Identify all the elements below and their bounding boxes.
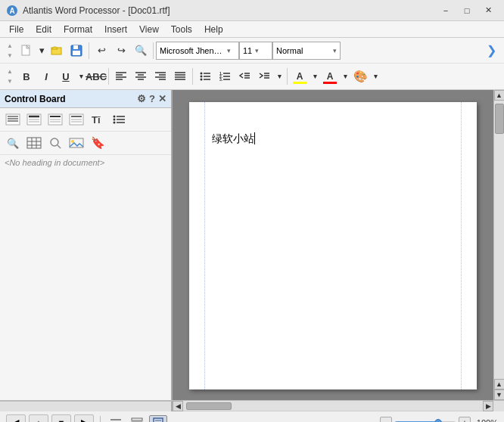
- strikethrough-button[interactable]: ABC: [86, 67, 106, 86]
- view-mode-1[interactable]: [107, 415, 125, 423]
- menu-edit[interactable]: Edit: [30, 21, 58, 37]
- svg-rect-7: [73, 51, 80, 55]
- style-dropdown[interactable]: Normal ▾: [272, 42, 341, 60]
- hscroll-left-arrow[interactable]: ◀: [173, 401, 183, 411]
- zoom-minus-button[interactable]: −: [380, 417, 392, 423]
- cb-search-button[interactable]: [45, 134, 65, 152]
- view-mode-3[interactable]: [149, 415, 167, 423]
- new-button[interactable]: [17, 41, 36, 61]
- scroll-track[interactable]: [494, 101, 504, 379]
- menu-file[interactable]: File: [3, 21, 30, 37]
- zoom-knob[interactable]: [434, 419, 442, 423]
- toolbar-nav-down-2[interactable]: ▼: [5, 77, 15, 85]
- new-dropdown-button[interactable]: ▾: [36, 41, 47, 61]
- font-size-dropdown[interactable]: 11 ▾: [239, 42, 272, 60]
- menu-help[interactable]: Help: [198, 21, 229, 37]
- cb-image-button[interactable]: [67, 134, 86, 152]
- document-area: 绿软小站 ▲ ▲ ▼: [173, 90, 504, 400]
- toolbar-nav-up-2[interactable]: ▲: [5, 67, 15, 76]
- italic-button[interactable]: I: [36, 67, 56, 86]
- undo-button[interactable]: ↩: [92, 41, 111, 61]
- zoom-plus-button[interactable]: +: [459, 417, 471, 423]
- save-button[interactable]: [67, 41, 86, 61]
- cb-tools-row-2: 🔍 🔖: [0, 132, 171, 155]
- open-button[interactable]: [47, 41, 67, 61]
- cb-style-special[interactable]: Tĭ: [88, 110, 107, 129]
- svg-rect-6: [73, 45, 78, 49]
- paint-format-dropdown[interactable]: ▾: [370, 67, 381, 86]
- highlight-color-dropdown[interactable]: ▾: [310, 67, 320, 86]
- scroll-down-arrow-2[interactable]: ▼: [494, 389, 505, 400]
- toolbar-nav-up[interactable]: ▲: [5, 42, 15, 50]
- numbered-list-button[interactable]: 1.2.3.: [215, 67, 235, 86]
- cb-style-heading2[interactable]: [45, 110, 65, 129]
- hscroll-track[interactable]: [183, 402, 483, 411]
- next-nav-button[interactable]: ▶: [74, 414, 94, 423]
- view-mode-2[interactable]: [128, 415, 146, 423]
- prev-item-button[interactable]: ▲: [29, 414, 48, 423]
- scroll-up-arrow[interactable]: ▲: [494, 90, 505, 101]
- cb-style-normal[interactable]: [3, 110, 23, 129]
- highlight-color-button[interactable]: A: [290, 67, 310, 86]
- align-justify-button[interactable]: [170, 67, 190, 86]
- indent-decrease-button[interactable]: [235, 67, 254, 86]
- hscroll-thumb[interactable]: [186, 402, 232, 410]
- svg-point-26: [201, 76, 203, 78]
- cb-style-heading1[interactable]: [24, 110, 44, 129]
- menu-tools[interactable]: Tools: [165, 21, 198, 37]
- scroll-thumb[interactable]: [495, 104, 504, 134]
- align-center-button[interactable]: [131, 67, 151, 86]
- document-page[interactable]: 绿软小站: [189, 102, 477, 389]
- underline-dropdown[interactable]: ▾: [76, 67, 86, 86]
- paint-format-button[interactable]: 🎨: [350, 67, 370, 86]
- next-item-button[interactable]: ▼: [51, 414, 71, 423]
- maximize-button[interactable]: □: [457, 3, 477, 18]
- zoom-percentage: 100%: [477, 418, 498, 423]
- cb-style-list[interactable]: [109, 110, 129, 129]
- underline-button[interactable]: U: [56, 67, 76, 86]
- scroll-down-arrow-1[interactable]: ▲: [494, 379, 505, 389]
- cb-close-icon[interactable]: ✕: [158, 93, 166, 104]
- toolbar-nav-left-2: ▲ ▼: [5, 67, 15, 85]
- cb-bookmark-button[interactable]: 🔖: [88, 134, 107, 152]
- control-board-content: <No heading in document>: [0, 155, 171, 400]
- font-name-dropdown[interactable]: Microsoft JhengHei ▾: [156, 42, 239, 60]
- svg-line-71: [58, 145, 61, 148]
- toolbar-expand-right[interactable]: ❯: [481, 41, 501, 61]
- redo-button[interactable]: ↪: [111, 41, 131, 61]
- align-left-button[interactable]: [111, 67, 131, 86]
- svg-rect-42: [6, 114, 20, 125]
- close-button[interactable]: ✕: [478, 3, 498, 18]
- menu-view[interactable]: View: [133, 21, 165, 37]
- doc-text-content: 绿软小站: [212, 132, 454, 146]
- cb-help-icon[interactable]: ?: [149, 93, 155, 104]
- cb-table-button[interactable]: [24, 134, 44, 152]
- bold-button[interactable]: B: [17, 67, 36, 86]
- toolbar-nav-down[interactable]: ▼: [5, 51, 15, 60]
- svg-point-63: [114, 122, 116, 124]
- indent-increase-button[interactable]: [254, 67, 274, 86]
- menu-format[interactable]: Format: [58, 21, 98, 37]
- minimize-button[interactable]: −: [436, 3, 456, 18]
- svg-text:3.: 3.: [219, 77, 223, 82]
- control-board-title: Control Board: [5, 94, 137, 104]
- doc-text-area[interactable]: 绿软小站: [212, 132, 454, 147]
- hscroll-right-arrow[interactable]: ▶: [483, 401, 493, 411]
- hscroll-corner: [493, 401, 504, 411]
- cb-find-button[interactable]: 🔍: [3, 134, 23, 152]
- toolbar-row-1: ▲ ▼ ▾ ↩ ↪ 🔍 Microsoft JhengHei ▾ 11 ▾: [0, 38, 504, 64]
- status-sep-1: [100, 416, 101, 423]
- align-right-button[interactable]: [151, 67, 170, 86]
- control-board: Control Board ⚙ ? ✕ Tĭ: [0, 90, 173, 400]
- svg-point-59: [114, 116, 116, 118]
- font-color-button[interactable]: A: [320, 67, 340, 86]
- bullet-list-button[interactable]: [195, 67, 215, 86]
- cb-settings-icon[interactable]: ⚙: [137, 93, 146, 104]
- svg-text:A: A: [9, 7, 14, 15]
- find-button[interactable]: 🔍: [131, 41, 151, 61]
- font-color-dropdown[interactable]: ▾: [340, 67, 350, 86]
- prev-nav-button[interactable]: ◀: [6, 414, 26, 423]
- list-dropdown[interactable]: ▾: [274, 67, 285, 86]
- menu-insert[interactable]: Insert: [98, 21, 133, 37]
- cb-style-heading3[interactable]: [67, 110, 86, 129]
